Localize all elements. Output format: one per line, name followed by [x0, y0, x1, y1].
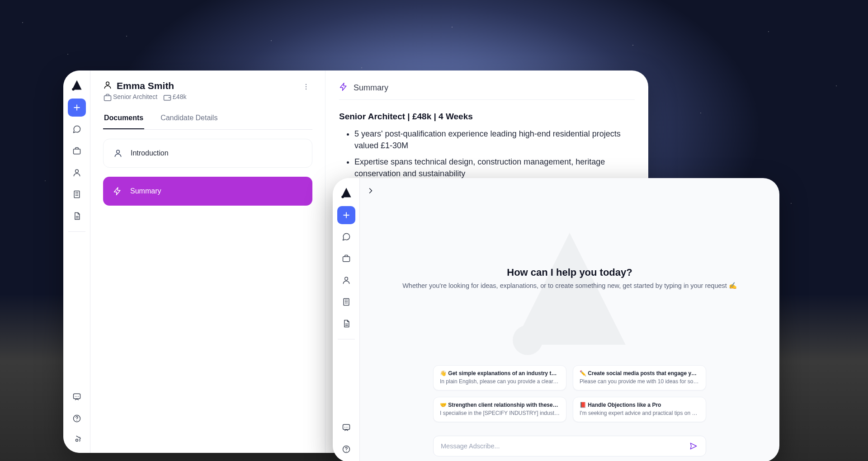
chat-hero-title: How can I help you today? — [378, 267, 761, 278]
briefcase-icon — [103, 93, 110, 100]
candidate-header: Emma Smith Senior Architect £48k — [103, 80, 312, 100]
svg-point-6 — [75, 439, 78, 442]
suggestion-card[interactable]: 👋 Get simple explanations of an industry… — [433, 365, 566, 390]
nav-chat-icon[interactable] — [337, 228, 355, 246]
chat-main: How can I help you today? Whether you're… — [360, 178, 779, 461]
nav-document-icon[interactable] — [337, 315, 355, 333]
summary-bullets: 5 years' post-qualification experience l… — [354, 128, 635, 179]
nav-help-icon[interactable] — [68, 409, 86, 428]
summary-bullet: Expertise spans technical design, constr… — [354, 156, 635, 179]
suggestion-card[interactable]: 🤝 Strengthen client relationship with th… — [433, 397, 566, 422]
nav-building-icon[interactable] — [337, 293, 355, 311]
nav-help-icon[interactable] — [337, 440, 355, 458]
svg-point-0 — [72, 88, 75, 91]
candidate-salary-label: £48k — [173, 93, 186, 100]
svg-point-7 — [106, 82, 109, 85]
chat-suggestions: 👋 Get simple explanations of an industry… — [433, 365, 706, 422]
svg-point-20 — [513, 325, 542, 355]
tab-candidate-details[interactable]: Candidate Details — [160, 109, 218, 129]
new-button[interactable] — [68, 99, 86, 117]
lightning-icon — [112, 186, 123, 197]
doc-item-label: Summary — [130, 187, 161, 195]
tab-documents[interactable]: Documents — [103, 109, 144, 129]
nav-settings-icon[interactable] — [68, 431, 86, 449]
candidate-salary: £48k — [163, 93, 186, 100]
more-menu-button[interactable] — [300, 80, 312, 93]
svg-point-13 — [117, 150, 120, 153]
wallet-icon — [163, 93, 170, 100]
suggestion-desc: In plain English, please can you provide… — [440, 378, 560, 385]
nav-person-icon[interactable] — [337, 271, 355, 289]
svg-rect-17 — [344, 299, 349, 306]
new-button[interactable] — [337, 206, 355, 224]
nav-feedback-icon[interactable] — [68, 388, 86, 406]
sidebar-divider — [68, 231, 85, 232]
chat-composer — [433, 436, 706, 456]
nav-document-icon[interactable] — [68, 207, 86, 225]
candidate-name: Emma Smith — [117, 80, 174, 91]
app-logo — [339, 185, 354, 200]
candidate-tabs: Documents Candidate Details — [103, 109, 312, 130]
suggestion-card[interactable]: 📕 Handle Objections like a Pro I'm seeki… — [573, 397, 706, 422]
chat-input[interactable] — [441, 442, 687, 450]
nav-briefcase-icon[interactable] — [68, 142, 86, 160]
svg-point-12 — [306, 89, 307, 89]
send-button[interactable] — [687, 439, 700, 453]
svg-point-16 — [344, 277, 348, 280]
person-icon — [113, 148, 123, 159]
lightning-icon — [339, 82, 348, 93]
nav-building-icon[interactable] — [68, 185, 86, 203]
svg-rect-15 — [343, 257, 349, 262]
doc-item-summary[interactable]: Summary — [103, 177, 312, 206]
svg-rect-8 — [104, 96, 111, 101]
chat-hero: How can I help you today? Whether you're… — [360, 267, 779, 291]
suggestion-title: ✏️ Create social media posts that engage… — [580, 370, 699, 376]
suggestion-desc: I specialise in the [SPECIFY INDUSTRY] i… — [440, 410, 560, 416]
svg-point-14 — [341, 196, 344, 198]
suggestion-desc: Please can you provide me with 10 ideas … — [580, 378, 699, 385]
summary-bullet: 5 years' post-qualification experience l… — [354, 128, 635, 151]
svg-rect-1 — [73, 149, 80, 154]
expand-sidebar-button[interactable] — [364, 184, 377, 197]
nav-briefcase-icon[interactable] — [337, 249, 355, 268]
person-icon — [103, 80, 112, 91]
svg-point-2 — [75, 169, 78, 173]
sidebar — [333, 178, 360, 461]
suggestion-desc: I'm seeking expert advice and practical … — [580, 410, 699, 416]
svg-point-10 — [306, 84, 307, 85]
nav-person-icon[interactable] — [68, 164, 86, 182]
suggestion-title: 📕 Handle Objections like a Pro — [580, 402, 699, 408]
doc-item-label: Introduction — [131, 149, 169, 157]
chat-hero-subtitle: Whether you're looking for ideas, explan… — [378, 281, 761, 291]
svg-rect-3 — [74, 191, 80, 198]
chat-window: How can I help you today? Whether you're… — [333, 178, 779, 461]
sidebar-divider — [338, 339, 355, 339]
candidate-role: Senior Architect — [103, 93, 157, 100]
app-logo — [70, 78, 84, 92]
doc-item-introduction[interactable]: Introduction — [103, 139, 312, 168]
documents-column: Emma Smith Senior Architect £48k — [90, 71, 326, 453]
suggestion-title: 👋 Get simple explanations of an industry… — [440, 370, 560, 376]
suggestion-title: 🤝 Strengthen client relationship with th… — [440, 402, 560, 408]
suggestion-card[interactable]: ✏️ Create social media posts that engage… — [573, 365, 706, 390]
summary-heading: Senior Architect | £48k | 4 Weeks — [339, 112, 635, 122]
summary-title: Summary — [354, 83, 388, 93]
svg-point-11 — [306, 86, 307, 87]
sidebar — [63, 71, 90, 453]
candidate-role-label: Senior Architect — [113, 93, 157, 100]
nav-feedback-icon[interactable] — [337, 419, 355, 437]
nav-chat-icon[interactable] — [68, 120, 86, 138]
